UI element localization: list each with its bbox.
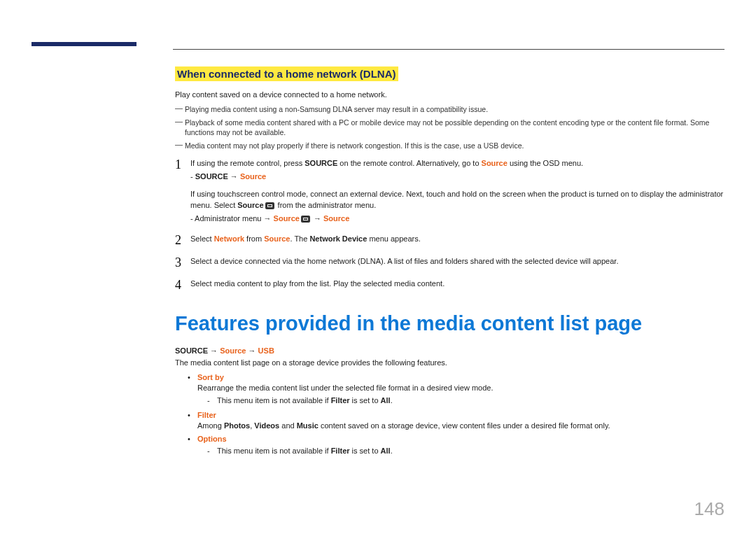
feature-note-list: This menu item is not available if Filte… [207, 446, 724, 456]
note-item: Media content may not play properly if t… [175, 141, 724, 150]
feature-desc: Rearrange the media content list under t… [197, 383, 724, 393]
step-line: If using the remote control, press SOURC… [190, 158, 724, 169]
source-icon [265, 202, 274, 209]
note-list: Playing media content using a non-Samsun… [175, 104, 724, 151]
section-heading: When connected to a home network (DLNA) [175, 66, 398, 81]
features-intro: The media content list page on a storage… [175, 358, 724, 368]
step-number: 2 [175, 234, 190, 246]
features-section: Features provided in the media content l… [175, 312, 724, 456]
manual-page: When connected to a home network (DLNA) … [0, 0, 756, 534]
feature-desc: Among Photos, Videos and Music content s… [197, 421, 724, 431]
step-number: 1 [175, 158, 190, 171]
step-number: 3 [175, 256, 190, 269]
feature-item: Filter Among Photos, Videos and Music co… [188, 410, 724, 431]
navigation-path: SOURCE → Source → USB [175, 346, 724, 355]
step-body: Select media content to play from the li… [190, 279, 724, 289]
section-intro: Play content saved on a device connected… [175, 90, 724, 100]
feature-note: This menu item is not available if Filte… [207, 395, 724, 406]
source-icon [301, 216, 310, 223]
top-horizontal-rule [173, 49, 724, 50]
page-number: 148 [694, 498, 724, 520]
feature-item: Options This menu item is not available … [188, 434, 724, 457]
step-2: 2 Select Network from Source. The Networ… [175, 234, 724, 246]
step-number: 4 [175, 279, 190, 291]
step-body: Select Network from Source. The Network … [190, 234, 724, 244]
accent-bar [31, 42, 136, 46]
step-body: Select a device connected via the home n… [190, 256, 724, 267]
step-subline: - Administrator menu → Source → Source [190, 213, 724, 224]
step-subline: - SOURCE → Source [190, 171, 724, 182]
step-3: 3 Select a device connected via the home… [175, 256, 724, 269]
step-line: If using touchscreen control mode, conne… [190, 189, 724, 211]
features-list: Sort by Rearrange the media content list… [188, 372, 724, 456]
feature-title: Filter [197, 411, 216, 419]
steps-list: 1 If using the remote control, press SOU… [175, 158, 724, 292]
feature-title: Sort by [197, 373, 224, 381]
step-4: 4 Select media content to play from the … [175, 279, 724, 291]
feature-note-list: This menu item is not available if Filte… [207, 395, 724, 406]
dlna-section: When connected to a home network (DLNA) … [175, 66, 724, 291]
step-1: 1 If using the remote control, press SOU… [175, 158, 724, 225]
note-item: Playback of some media content shared wi… [175, 118, 724, 137]
feature-note: This menu item is not available if Filte… [207, 446, 724, 456]
note-item: Playing media content using a non-Samsun… [175, 104, 724, 114]
step-body: If using the remote control, press SOURC… [190, 158, 724, 225]
content-area: When connected to a home network (DLNA) … [175, 66, 724, 456]
features-heading: Features provided in the media content l… [175, 312, 724, 335]
feature-title: Options [197, 435, 227, 443]
feature-item: Sort by Rearrange the media content list… [188, 372, 724, 406]
